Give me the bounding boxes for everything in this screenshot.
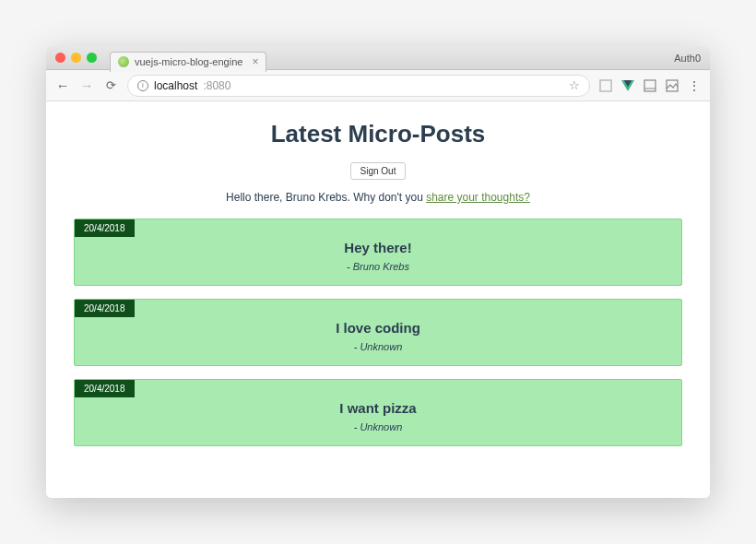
post-card: 20/4/2018 I want pizza - Unknown (74, 379, 682, 446)
post-date-badge: 20/4/2018 (75, 300, 135, 317)
signout-wrap: Sign Out (46, 161, 710, 180)
post-author: - Bruno Krebs (86, 261, 670, 272)
post-date-badge: 20/4/2018 (75, 380, 135, 397)
share-thoughts-link[interactable]: share your thoughts? (426, 191, 530, 204)
bookmark-icon[interactable]: ☆ (569, 78, 580, 92)
page-content: Latest Micro-Posts Sign Out Hello there,… (46, 101, 710, 498)
vue-devtools-icon[interactable] (621, 79, 634, 92)
page-title: Latest Micro-Posts (46, 120, 710, 148)
post-date-badge: 20/4/2018 (75, 219, 135, 237)
extension-icons: ⋮ (599, 78, 701, 93)
toolbar: ← → ⟳ i localhost:8080 ☆ ⋮ (46, 70, 710, 101)
post-title: I love coding (86, 320, 670, 336)
minimize-window-icon[interactable] (71, 53, 81, 63)
signout-button[interactable]: Sign Out (350, 162, 407, 180)
greeting-username: Bruno Krebs (286, 191, 348, 204)
favicon-icon (118, 56, 129, 67)
post-card: 20/4/2018 I love coding - Unknown (74, 299, 682, 366)
save-page-icon[interactable] (644, 79, 656, 92)
svg-rect-0 (600, 80, 611, 91)
greeting-text: Hello there, Bruno Krebs. Why don't you … (46, 191, 710, 204)
back-button[interactable]: ← (55, 77, 70, 93)
maximize-window-icon[interactable] (87, 53, 97, 63)
browser-window: vuejs-micro-blog-engine × Auth0 ← → ⟳ i … (46, 46, 710, 498)
image-icon[interactable] (666, 79, 679, 92)
profile-label[interactable]: Auth0 (674, 53, 701, 64)
titlebar: vuejs-micro-blog-engine × Auth0 (46, 46, 710, 70)
post-author: - Unknown (86, 341, 670, 352)
window-controls (55, 53, 97, 63)
address-bar[interactable]: i localhost:8080 ☆ (127, 75, 590, 97)
forward-button[interactable]: → (79, 77, 94, 93)
svg-rect-3 (644, 80, 656, 91)
extension-box-icon[interactable] (599, 79, 612, 92)
site-info-icon[interactable]: i (137, 80, 148, 91)
svg-rect-5 (667, 80, 678, 91)
browser-tab[interactable]: vuejs-micro-blog-engine × (110, 52, 266, 72)
tab-title: vuejs-micro-blog-engine (135, 56, 242, 67)
greeting-mid: . Why don't you (347, 191, 426, 204)
greeting-prefix: Hello there, (226, 191, 286, 204)
post-card: 20/4/2018 Hey there! - Bruno Krebs (74, 219, 682, 286)
close-tab-icon[interactable]: × (252, 55, 258, 68)
close-window-icon[interactable] (55, 53, 65, 63)
posts-list: 20/4/2018 Hey there! - Bruno Krebs 20/4/… (46, 219, 710, 446)
url-host: localhost (154, 79, 197, 92)
post-title: I want pizza (86, 400, 670, 416)
menu-icon[interactable]: ⋮ (688, 78, 701, 93)
post-title: Hey there! (86, 240, 670, 255)
post-author: - Unknown (86, 421, 670, 432)
url-port: :8080 (203, 79, 230, 92)
reload-button[interactable]: ⟳ (103, 78, 118, 92)
